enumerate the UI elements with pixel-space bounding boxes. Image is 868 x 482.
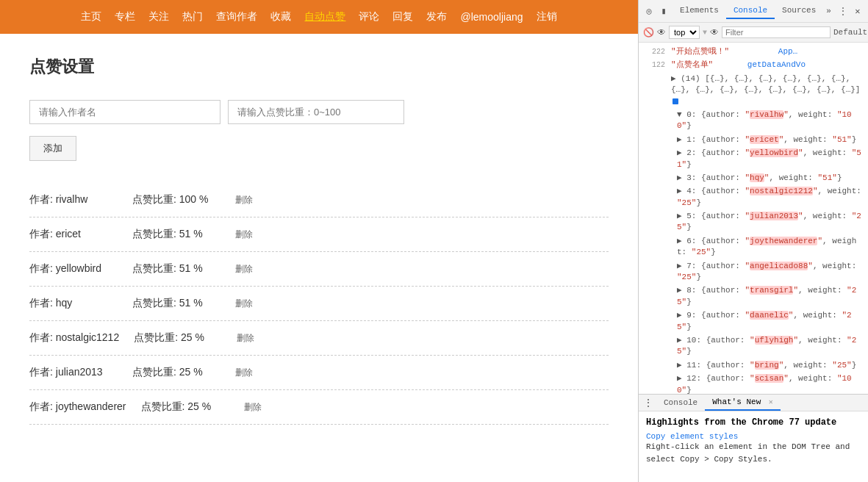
line-number (650, 261, 671, 262)
author-weight: 点赞比重: 51 % (132, 262, 220, 276)
close-whats-new-icon[interactable]: ✕ (769, 398, 773, 406)
line-number (650, 360, 671, 361)
delete-button[interactable]: 删除 (235, 263, 253, 276)
nav-comment[interactable]: 评论 (359, 10, 379, 24)
line-number (650, 148, 671, 148)
copy-styles-link[interactable]: Copy element styles (646, 432, 861, 441)
line-text: ▶ 7: {author: "angelicado88", weight: "2… (677, 261, 865, 284)
nav-auto-like[interactable]: 自动点赞 (304, 10, 345, 24)
line-text: ▶ 10: {author: "uflyhigh", weight: "25"} (677, 335, 865, 358)
line-text: ▶ 5: {author: "julian2013", weight: "25"… (677, 211, 865, 234)
tab-elements[interactable]: Elements (672, 3, 726, 19)
delete-button[interactable]: 删除 (235, 298, 253, 310)
author-name: 作者: hqy (29, 297, 118, 310)
tab-sources[interactable]: Sources (775, 3, 823, 19)
line-number: 122 (645, 60, 665, 71)
copy-styles-desc: Right-click an element in the DOM Tree a… (646, 441, 861, 465)
nav-hot[interactable]: 热门 (182, 10, 203, 24)
author-weight: 点赞比重: 25 % (134, 331, 222, 345)
bottom-content: Highlights from the Chrome 77 update Cop… (639, 411, 868, 482)
console-filter-row: 🚫 👁 top ▼ 👁 Default (639, 23, 868, 43)
author-row: 作者: ericet 点赞比重: 51 % 删除 (29, 217, 609, 252)
nav-logout[interactable]: 注销 (537, 10, 557, 24)
main-content: 点赞设置 添加 作者: rivalhw 点赞比重: 100 % 删除 作者: e… (0, 34, 638, 482)
tab-console[interactable]: Console (726, 3, 775, 19)
author-input[interactable] (29, 100, 220, 124)
weight-input[interactable] (228, 100, 404, 124)
author-list: 作者: rivalhw 点赞比重: 100 % 删除 作者: ericet 点赞… (29, 183, 609, 425)
settings-icon[interactable]: ⋮ (837, 4, 849, 18)
highlight-title: Highlights from the Chrome 77 update (646, 417, 861, 428)
line-number (650, 186, 671, 187)
nav-column[interactable]: 专栏 (115, 10, 135, 24)
page-title: 点赞设置 (29, 56, 609, 78)
block-icon[interactable]: 🚫 (643, 25, 654, 40)
preserve-icon[interactable]: 👁 (710, 27, 719, 38)
line-number (650, 211, 671, 212)
console-line: ▶ 4: {author: "nostalgic1212", weight: "… (639, 185, 868, 210)
eye-icon[interactable]: 👁 (657, 27, 666, 38)
console-output: 222 "开始点赞哦！" App… 122 "点赞名单" getDataAndV… (639, 43, 868, 394)
devtools-toolbar: ◎ ▮ Elements Console Sources » ⋮ ✕ (639, 0, 868, 23)
delete-button[interactable]: 删除 (235, 229, 253, 241)
line-number (650, 335, 671, 336)
add-button[interactable]: 添加 (29, 136, 76, 161)
delete-button[interactable]: 删除 (235, 194, 253, 206)
line-text: ▶ 4: {author: "nostalgic1212", weight: "… (677, 186, 865, 209)
nav-home[interactable]: 主页 (81, 10, 101, 24)
line-number (650, 109, 671, 110)
devtools-tabs: Elements Console Sources » (672, 3, 834, 19)
line-number (650, 310, 671, 311)
nav-reply[interactable]: 回复 (392, 10, 413, 24)
delete-button[interactable]: 删除 (235, 367, 253, 379)
delete-button[interactable]: 删除 (244, 401, 262, 414)
author-name: 作者: ericet (29, 228, 118, 241)
author-row: 作者: yellowbird 点赞比重: 51 % 删除 (29, 252, 609, 287)
line-number (650, 173, 671, 173)
line-number (645, 73, 665, 74)
line-number (650, 134, 671, 135)
console-line: ▶ 8: {author: "transgirl", weight: "25"} (639, 284, 868, 309)
line-text: "点赞名单" getDataAndVo (671, 60, 865, 71)
line-text: ▼ 0: {author: "rivalhw", weight: "100"} (677, 109, 865, 132)
line-number (650, 236, 671, 237)
line-text: ▶ 11: {author: "bring", weight: "25"} (677, 360, 865, 371)
nav-follow[interactable]: 关注 (148, 10, 169, 24)
console-line: ▶ 3: {author: "hqy", weight: "51"} (639, 172, 868, 185)
nav-publish[interactable]: 发布 (426, 10, 447, 24)
nav-favorites[interactable]: 收藏 (270, 10, 291, 24)
author-weight: 点赞比重: 51 % (132, 297, 220, 310)
console-line: ▶ 6: {author: "joythewanderer", weight: … (639, 235, 868, 260)
close-icon[interactable]: ✕ (852, 4, 864, 18)
author-row: 作者: julian2013 点赞比重: 25 % 删除 (29, 356, 609, 390)
author-name: 作者: joythewanderer (29, 400, 126, 414)
author-name: 作者: julian2013 (29, 366, 118, 379)
author-row: 作者: hqy 点赞比重: 51 % 删除 (29, 287, 609, 321)
nav-username[interactable]: @lemooljiang (460, 11, 523, 23)
author-row: 作者: rivalhw 点赞比重: 100 % 删除 (29, 183, 609, 217)
bottom-panel-menu-icon[interactable]: ⋮ (643, 397, 653, 409)
device-icon[interactable]: ▮ (658, 4, 670, 18)
console-line: ▶ 10: {author: "uflyhigh", weight: "25"} (639, 334, 868, 359)
author-weight: 点赞比重: 100 % (132, 193, 220, 206)
nav-query-author[interactable]: 查询作者 (216, 10, 257, 24)
inspect-icon[interactable]: ◎ (643, 4, 655, 18)
delete-button[interactable]: 删除 (237, 332, 254, 345)
author-row: 作者: joythewanderer 点赞比重: 25 % 删除 (29, 390, 609, 425)
author-row: 作者: nostalgic1212 点赞比重: 25 % 删除 (29, 321, 609, 356)
console-line: ▶ 11: {author: "bring", weight: "25"} (639, 359, 868, 373)
more-tabs-icon[interactable]: » (823, 7, 834, 15)
form-row (29, 100, 609, 124)
console-line: 122 "点赞名单" getDataAndVo (639, 59, 868, 72)
console-line: 222 "开始点赞哦！" App… (639, 46, 868, 59)
filter-input[interactable] (722, 26, 831, 38)
tab-whats-new[interactable]: What's New ✕ (705, 395, 781, 411)
tab-console-bottom[interactable]: Console (656, 395, 705, 410)
devtools-panel: ◎ ▮ Elements Console Sources » ⋮ ✕ 🚫 👁 t… (638, 0, 868, 482)
line-text: ▶ 2: {author: "yellowbird", weight: "51"… (677, 148, 865, 170)
console-line: ▶ 1: {author: "ericet", weight: "51"} (639, 134, 868, 147)
line-text: ▶ (14) [{…}, {…}, {…}, {…}, {…}, {…}, {…… (671, 73, 865, 107)
context-select[interactable]: top (669, 26, 700, 39)
line-text: "开始点赞哦！" App… (671, 46, 865, 57)
line-text: ▶ 1: {author: "ericet", weight: "51"} (677, 134, 865, 145)
